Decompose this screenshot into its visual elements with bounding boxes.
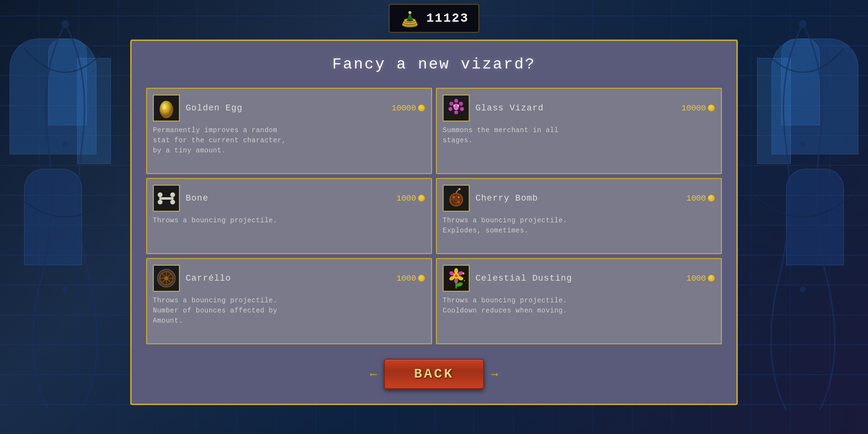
item-carrollo[interactable]: Carréllo 1000 Throws a bouncing projecti… bbox=[146, 258, 432, 344]
back-button[interactable]: BACK bbox=[384, 359, 484, 389]
coin-pile-icon bbox=[399, 8, 420, 29]
svg-rect-27 bbox=[159, 197, 174, 200]
item-name: Golden Egg bbox=[186, 103, 243, 113]
item-name: Celestial Dusting bbox=[475, 273, 572, 283]
svg-point-15 bbox=[162, 104, 166, 109]
currency-bar: 11123 bbox=[389, 4, 479, 33]
price-coin-icon bbox=[418, 194, 425, 202]
cherry-bomb-icon bbox=[443, 185, 470, 212]
glass-vizard-icon bbox=[443, 95, 470, 122]
price-coin-icon bbox=[418, 274, 425, 282]
svg-point-20 bbox=[460, 107, 464, 111]
left-arrow-deco: ⟵ bbox=[370, 368, 376, 380]
item-celestial-dusting[interactable]: Celestial Dusting 1000 Throws a bouncing… bbox=[436, 258, 722, 344]
item-name-price: Glass Vizard 10000 bbox=[475, 103, 715, 113]
item-cherry-bomb[interactable]: Cherry Bomb 1000 Throws a bouncing proje… bbox=[436, 178, 722, 254]
item-desc: Permanently improves a randomstat for th… bbox=[153, 125, 425, 156]
item-price: 1000 bbox=[396, 194, 425, 203]
item-name-price: Bone 1000 bbox=[186, 193, 425, 203]
svg-point-39 bbox=[458, 196, 460, 198]
currency-amount: 11123 bbox=[426, 11, 469, 26]
svg-point-26 bbox=[457, 105, 459, 107]
svg-point-48 bbox=[164, 276, 168, 280]
svg-point-4 bbox=[800, 142, 806, 148]
svg-point-25 bbox=[453, 105, 455, 107]
right-arrow-deco: ⟶ bbox=[492, 368, 498, 380]
svg-point-62 bbox=[462, 272, 464, 274]
item-name: Carréllo bbox=[186, 273, 231, 283]
item-desc: Throws a bouncing projectile.Number of b… bbox=[153, 296, 425, 326]
item-name-price: Cherry Bomb 1000 bbox=[475, 193, 715, 203]
item-price: 1000 bbox=[396, 274, 425, 283]
svg-point-23 bbox=[449, 102, 453, 106]
main-panel: Fancy a new vizard? bbox=[130, 40, 738, 405]
price-coin-icon bbox=[707, 104, 715, 112]
item-glass-vizard[interactable]: Glass Vizard 10000 Summons the merchant … bbox=[436, 88, 722, 174]
svg-point-30 bbox=[170, 192, 175, 197]
item-header: Carréllo 1000 bbox=[153, 265, 425, 292]
item-name: Bone bbox=[186, 193, 208, 203]
items-grid: Golden Egg 10000 Permanently improves a … bbox=[146, 88, 722, 344]
item-price: 10000 bbox=[681, 104, 715, 113]
svg-point-5 bbox=[800, 286, 806, 292]
svg-point-40 bbox=[459, 188, 461, 190]
item-price: 10000 bbox=[392, 104, 425, 113]
item-bone[interactable]: Bone 1000 Throws a bouncing projectile. bbox=[146, 178, 432, 254]
item-price: 1000 bbox=[686, 274, 715, 283]
item-header: Celestial Dusting 1000 bbox=[443, 265, 715, 292]
item-desc: Throws a bouncing projectile. bbox=[153, 216, 425, 226]
celestial-dusting-icon bbox=[443, 265, 470, 292]
svg-point-3 bbox=[799, 20, 807, 28]
svg-point-14 bbox=[160, 101, 173, 118]
svg-point-22 bbox=[448, 107, 452, 111]
item-header: Golden Egg 10000 bbox=[153, 95, 425, 122]
svg-point-28 bbox=[158, 192, 163, 197]
svg-point-29 bbox=[158, 200, 163, 204]
svg-point-21 bbox=[454, 110, 458, 114]
item-header: Glass Vizard 10000 bbox=[443, 95, 715, 122]
svg-point-37 bbox=[452, 196, 455, 199]
item-header: Bone 1000 bbox=[153, 185, 425, 212]
price-coin-icon bbox=[707, 274, 715, 282]
price-coin-icon bbox=[418, 104, 425, 112]
svg-point-19 bbox=[459, 102, 463, 106]
svg-point-12 bbox=[407, 19, 413, 22]
carrollo-icon bbox=[153, 265, 180, 292]
item-desc: Summons the merchant in allstages. bbox=[443, 125, 715, 146]
golden-egg-icon bbox=[153, 95, 180, 122]
svg-point-0 bbox=[61, 20, 69, 28]
svg-point-64 bbox=[464, 280, 465, 281]
item-name-price: Golden Egg 10000 bbox=[186, 103, 425, 113]
svg-point-59 bbox=[455, 274, 458, 277]
item-name: Cherry Bomb bbox=[475, 193, 538, 203]
item-header: Cherry Bomb 1000 bbox=[443, 185, 715, 212]
item-name-price: Celestial Dusting 1000 bbox=[475, 273, 715, 283]
svg-point-1 bbox=[62, 142, 68, 148]
item-golden-egg[interactable]: Golden Egg 10000 Permanently improves a … bbox=[146, 88, 432, 174]
item-price: 1000 bbox=[686, 194, 715, 203]
panel-title: Fancy a new vizard? bbox=[146, 55, 722, 73]
item-name-price: Carréllo 1000 bbox=[186, 273, 425, 283]
svg-point-31 bbox=[170, 200, 175, 204]
price-coin-icon bbox=[707, 194, 715, 202]
item-name: Glass Vizard bbox=[475, 103, 544, 113]
back-container: ⟵ BACK ⟶ bbox=[146, 359, 722, 389]
svg-point-18 bbox=[454, 99, 458, 103]
svg-point-63 bbox=[462, 278, 463, 279]
item-desc: Throws a bouncing projectile.Explodes, s… bbox=[443, 216, 715, 236]
svg-point-2 bbox=[62, 286, 68, 292]
item-desc: Throws a bouncing projectile.Cooldown re… bbox=[443, 296, 715, 316]
svg-point-38 bbox=[457, 201, 460, 203]
svg-point-13 bbox=[408, 11, 411, 14]
svg-point-24 bbox=[453, 104, 459, 109]
bone-icon bbox=[153, 185, 180, 212]
